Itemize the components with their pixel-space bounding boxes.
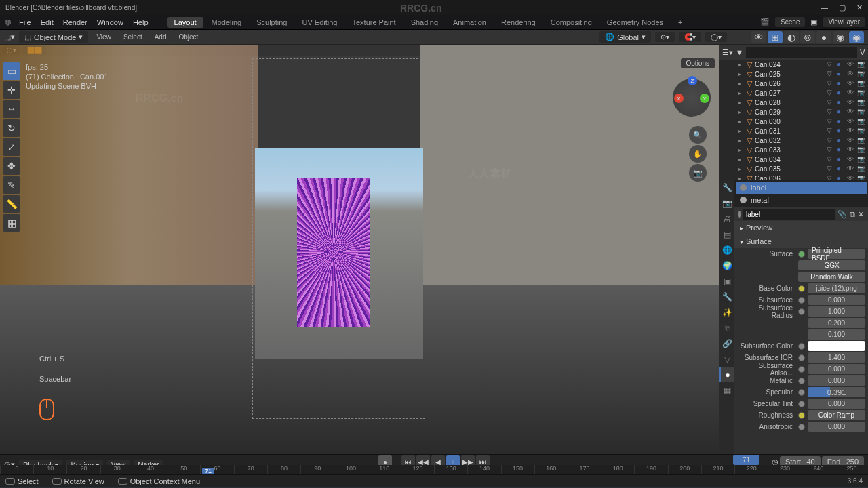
menu-file[interactable]: File xyxy=(15,17,35,28)
outliner-item[interactable]: ▸▽Can.034▽●👁📷 xyxy=(719,155,868,164)
tab-texpaint[interactable]: Texture Paint xyxy=(345,17,402,28)
editor-type-icon[interactable]: ⬚▾ xyxy=(4,33,15,41)
tab-rendering[interactable]: Rendering xyxy=(494,17,542,28)
ptab-world[interactable]: 🌍 xyxy=(719,258,734,273)
shading-wireframe-icon[interactable]: ⊚ xyxy=(800,31,815,43)
preview-header[interactable]: ▸ Preview xyxy=(734,221,868,235)
metallic-slider[interactable]: 0.000 xyxy=(808,375,865,386)
shading-solid-icon[interactable]: ● xyxy=(816,31,831,43)
outliner-search[interactable] xyxy=(746,47,857,58)
outliner-item[interactable]: ▸▽Can.033▽●👁📷 xyxy=(719,145,868,155)
timeline-ruler[interactable]: 71 0102030405060708090100110120130140150… xyxy=(0,465,868,474)
material-unlink-icon[interactable]: ✕ xyxy=(858,210,864,219)
aniso-slider[interactable]: 0.000 xyxy=(808,422,865,432)
tool-annotate[interactable]: ✎ xyxy=(3,176,20,194)
scene-dropdown[interactable]: Scene xyxy=(775,17,805,27)
tool-addcube[interactable]: ▦ xyxy=(3,214,20,232)
menu-render[interactable]: Render xyxy=(59,17,92,28)
tool-select-box[interactable]: ▭ xyxy=(3,62,20,80)
sssr-2[interactable]: 0.100 xyxy=(808,329,865,340)
shading-rendered-icon[interactable]: ◉ xyxy=(849,31,864,43)
ptab-physics[interactable]: ⚛ xyxy=(719,321,734,336)
ptab-modifier[interactable]: 🔧 xyxy=(719,289,734,304)
maximize-button[interactable]: ▢ xyxy=(839,3,846,12)
tab-geonodes[interactable]: Geometry Nodes xyxy=(600,17,670,28)
ptab-particle[interactable]: ✨ xyxy=(719,305,734,320)
gizmo-visibility-icon[interactable]: 👁 xyxy=(751,31,766,43)
tab-uv[interactable]: UV Editing xyxy=(295,17,344,28)
ptab-constraint[interactable]: 🔗 xyxy=(719,336,734,351)
tab-sculpting[interactable]: Sculpting xyxy=(250,17,294,28)
menu-window[interactable]: Window xyxy=(93,17,127,28)
spectint-slider[interactable]: 0.000 xyxy=(808,399,865,409)
outliner-item[interactable]: ▸▽Can.035▽●👁📷 xyxy=(719,164,868,174)
add-menu[interactable]: Add xyxy=(151,32,171,42)
axis-y[interactable]: Y xyxy=(700,94,709,103)
tab-add[interactable]: + xyxy=(671,17,689,28)
mat-slot-0[interactable]: label xyxy=(736,182,867,194)
sss-ior[interactable]: 1.400 xyxy=(808,352,865,363)
pivot-dropdown[interactable]: ⊙▾ xyxy=(655,32,675,42)
subsurface-slider[interactable]: 0.000 xyxy=(808,295,865,305)
material-name-input[interactable] xyxy=(743,209,835,220)
axis-x[interactable]: X xyxy=(674,94,684,103)
outliner-item[interactable]: ▸▽Can.036▽●👁📷 xyxy=(719,174,868,180)
menu-help[interactable]: Help xyxy=(129,17,153,28)
outliner-type-icon[interactable]: ☰▾ xyxy=(722,48,733,57)
select-menu[interactable]: Select xyxy=(119,32,146,42)
outliner-item[interactable]: ▸▽Can.031▽●👁📷 xyxy=(719,126,868,136)
tool-rotate[interactable]: ↻ xyxy=(3,119,20,137)
tab-layout[interactable]: Layout xyxy=(167,17,203,28)
sssr-1[interactable]: 0.200 xyxy=(808,318,865,328)
nav-gizmo[interactable]: X Y Z xyxy=(673,79,711,117)
menu-edit[interactable]: Edit xyxy=(37,17,58,28)
outliner-item[interactable]: ▸▽Can.028▽●👁📷 xyxy=(719,98,868,107)
ptab-viewlayer[interactable]: ▤ xyxy=(719,227,734,242)
ptab-object[interactable]: ▣ xyxy=(719,274,734,289)
viewlayer-dropdown[interactable]: ViewLayer xyxy=(823,17,865,27)
outliner-filter-funnel-icon[interactable]: 𝖵 xyxy=(860,48,865,57)
ptab-render[interactable]: 📷 xyxy=(719,196,734,211)
orientation-dropdown[interactable]: 🌐Global▾ xyxy=(599,31,651,43)
material-browse-icon[interactable] xyxy=(738,211,741,218)
tab-compositing[interactable]: Compositing xyxy=(544,17,599,28)
outliner-item[interactable]: ▸▽Can.024▽●👁📷 xyxy=(719,60,868,69)
axis-z[interactable]: Z xyxy=(688,76,697,85)
tab-modeling[interactable]: Modeling xyxy=(205,17,249,28)
zoom-icon[interactable]: 🔍 xyxy=(689,126,707,144)
sss-color-swatch[interactable] xyxy=(808,341,865,351)
sss-method-dropdown[interactable]: Random Walk xyxy=(798,272,865,282)
surface-shader-dropdown[interactable]: Principled BSDF xyxy=(808,249,865,259)
camera-icon[interactable]: 📷 xyxy=(689,164,707,182)
object-menu[interactable]: Object xyxy=(174,32,202,42)
basecolor-tex[interactable]: juice (12).png xyxy=(808,283,865,293)
distribution-dropdown[interactable]: GGX xyxy=(798,260,865,270)
tool-measure[interactable]: 📏 xyxy=(3,195,20,213)
view-menu[interactable]: View xyxy=(92,32,115,42)
pan-icon[interactable]: ✋ xyxy=(689,145,707,163)
outliner-item[interactable]: ▸▽Can.032▽●👁📷 xyxy=(719,136,868,145)
tab-animation[interactable]: Animation xyxy=(446,17,493,28)
shading-matprev-icon[interactable]: ◉ xyxy=(833,31,848,43)
minimize-button[interactable]: — xyxy=(821,3,828,12)
ptab-tool[interactable]: 🔧 xyxy=(719,180,734,195)
viewport-options[interactable]: Options xyxy=(681,58,715,68)
mode-dropdown[interactable]: ⬚Object Mode▾ xyxy=(19,31,88,43)
ptab-output[interactable]: 🖨 xyxy=(719,211,734,226)
tool-scale[interactable]: ⤢ xyxy=(3,138,20,156)
snap-toggle[interactable]: 🧲▾ xyxy=(679,32,701,42)
tool-move[interactable]: ↔ xyxy=(3,100,20,118)
outliner-filter-icon[interactable]: ▼ xyxy=(736,48,743,56)
sss-aniso[interactable]: 0.000 xyxy=(808,364,865,374)
ptab-data[interactable]: ▽ xyxy=(719,352,734,367)
material-pin-icon[interactable]: 📎 xyxy=(837,210,847,219)
tool-transform[interactable]: ✥ xyxy=(3,157,20,175)
ptab-texture[interactable]: ▦ xyxy=(719,383,734,398)
material-copy-icon[interactable]: ⧉ xyxy=(850,210,855,219)
overlay-toggle-icon[interactable]: ⊞ xyxy=(768,31,783,43)
sssr-0[interactable]: 1.000 xyxy=(808,306,865,317)
outliner-item[interactable]: ▸▽Can.027▽●👁📷 xyxy=(719,88,868,98)
xray-toggle-icon[interactable]: ◐ xyxy=(784,31,799,43)
outliner-item[interactable]: ▸▽Can.026▽●👁📷 xyxy=(719,79,868,88)
close-button[interactable]: ✕ xyxy=(856,3,863,12)
